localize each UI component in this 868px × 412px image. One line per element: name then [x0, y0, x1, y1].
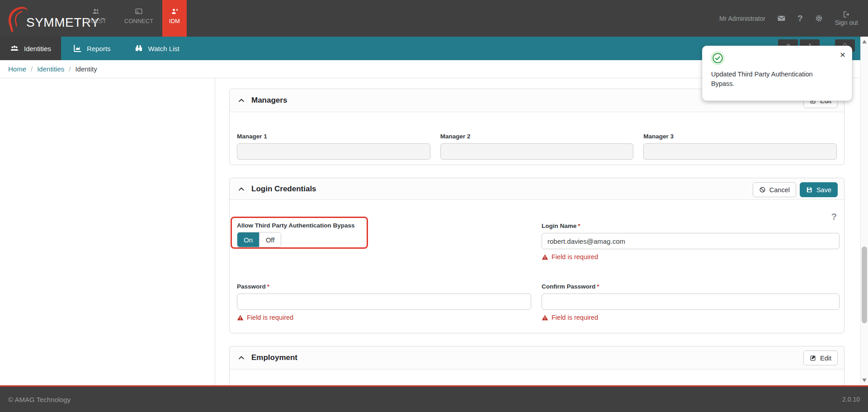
- nav-reports-label: Reports: [87, 45, 111, 52]
- password-field: Password* Field is required: [237, 283, 531, 321]
- save-button[interactable]: Save: [800, 182, 838, 197]
- app-window: SYMMETRY ™ GUEST CONNECT IDM: [0, 0, 868, 412]
- breadcrumb-separator: /: [69, 65, 71, 73]
- manager-1-label: Manager 1: [237, 133, 430, 140]
- confirm-password-field: Confirm Password* Field is required: [542, 283, 840, 321]
- ban-icon: [759, 186, 766, 193]
- chevron-up-icon[interactable]: [238, 354, 245, 361]
- footer-copyright: © AMAG Technology: [8, 396, 71, 403]
- nav-watch-list-label: Watch List: [148, 45, 179, 52]
- vertical-scrollbar[interactable]: [860, 37, 868, 385]
- tab-connect[interactable]: CONNECT: [115, 0, 162, 37]
- main-content: Managers Edit Manager 1 Manager 2: [0, 78, 868, 385]
- sign-out-label: Sign out: [835, 19, 858, 26]
- confirm-password-error: Field is required: [542, 314, 840, 321]
- manager-3-field: Manager 3: [643, 133, 837, 160]
- bypass-toggle-on[interactable]: On: [237, 232, 259, 247]
- footer-version: 2.0.10: [842, 396, 860, 403]
- employment-section: Employment Edit: [229, 346, 844, 385]
- login-credentials-header: Login Credentials Cancel Save: [230, 178, 844, 200]
- managers-title: Managers: [251, 96, 287, 105]
- tab-guest-label: GUEST: [86, 18, 106, 24]
- employment-edit-button[interactable]: Edit: [803, 350, 838, 365]
- falcon-logo-icon: [4, 4, 29, 35]
- mail-icon[interactable]: [777, 14, 786, 23]
- breadcrumb-current: Identity: [75, 65, 97, 73]
- sign-out-button[interactable]: Sign out: [835, 11, 858, 26]
- save-icon: [806, 186, 813, 193]
- breadcrumb-home[interactable]: Home: [8, 65, 26, 73]
- bypass-label: Allow Third Party Authentication Bypass: [237, 222, 362, 229]
- breadcrumb-identities[interactable]: Identities: [37, 65, 64, 73]
- tab-connect-label: CONNECT: [124, 18, 153, 24]
- manager-3-label: Manager 3: [643, 133, 837, 140]
- warning-icon: [542, 254, 548, 260]
- people-group-icon: [10, 44, 19, 53]
- chevron-up-icon[interactable]: [238, 185, 245, 193]
- employment-header: Employment Edit: [230, 346, 844, 369]
- edit-icon: [810, 355, 816, 361]
- login-name-error: Field is required: [542, 253, 840, 260]
- nav-identities-label: Identities: [24, 45, 51, 52]
- password-error: Field is required: [237, 314, 531, 321]
- help-icon[interactable]: ?: [797, 14, 803, 24]
- password-input[interactable]: [237, 294, 531, 310]
- success-check-icon: [711, 51, 725, 65]
- bypass-toggle-off[interactable]: Off: [259, 232, 281, 247]
- login-credentials-section: Login Credentials Cancel Save: [229, 178, 844, 333]
- users-icon: [92, 7, 100, 15]
- bypass-highlight-box: Allow Third Party Authentication Bypass …: [231, 217, 368, 249]
- required-asterisk: *: [267, 283, 269, 290]
- scroll-down-arrow[interactable]: [862, 379, 867, 382]
- manager-1-input[interactable]: [237, 143, 430, 160]
- managers-body: Manager 1 Manager 2 Manager 3: [230, 112, 844, 160]
- nav-reports[interactable]: Reports: [61, 37, 123, 60]
- manager-2-label: Manager 2: [440, 133, 634, 140]
- toast-notification: × Updated Third Party Authentication Byp…: [702, 46, 852, 101]
- cancel-label: Cancel: [769, 186, 790, 194]
- user-name: Mr Administrator: [719, 15, 765, 22]
- chart-icon: [73, 44, 82, 53]
- gear-icon[interactable]: [815, 14, 823, 23]
- tab-idm[interactable]: IDM: [162, 0, 187, 37]
- nav-identities[interactable]: Identities: [0, 37, 61, 60]
- cancel-button[interactable]: Cancel: [753, 182, 796, 197]
- scroll-up-arrow[interactable]: [862, 40, 867, 43]
- tab-guest[interactable]: GUEST: [77, 0, 115, 37]
- login-name-field: Login Name* Field is required: [542, 223, 840, 260]
- warning-icon: [237, 314, 244, 321]
- top-header: SYMMETRY ™ GUEST CONNECT IDM: [0, 0, 868, 37]
- binoculars-icon: [134, 44, 143, 53]
- tab-idm-label: IDM: [169, 18, 180, 24]
- nav-watch-list[interactable]: Watch List: [123, 37, 191, 60]
- toast-close-icon[interactable]: ×: [840, 49, 845, 60]
- warning-icon: [542, 314, 548, 321]
- sign-out-icon: [843, 11, 850, 18]
- footer: © AMAG Technology 2.0.10: [0, 385, 868, 412]
- chevron-up-icon[interactable]: [238, 97, 245, 104]
- login-name-input[interactable]: [542, 233, 840, 249]
- manager-2-input[interactable]: [440, 143, 634, 160]
- confirm-password-label: Confirm Password*: [542, 283, 840, 290]
- section-help-icon[interactable]: ?: [831, 212, 837, 222]
- required-asterisk: *: [578, 223, 580, 229]
- save-label: Save: [816, 186, 831, 194]
- header-user-area: Mr Administrator ? Sign out: [719, 0, 858, 37]
- toast-message: Updated Third Party Authentication Bypas…: [711, 70, 838, 89]
- manager-3-input[interactable]: [643, 143, 837, 160]
- manager-2-field: Manager 2: [440, 133, 634, 160]
- required-asterisk: *: [597, 283, 599, 290]
- password-label: Password*: [237, 283, 531, 290]
- confirm-password-input[interactable]: [542, 294, 840, 310]
- breadcrumb-separator: /: [31, 65, 33, 73]
- login-name-label: Login Name*: [542, 223, 840, 229]
- login-credentials-title: Login Credentials: [251, 185, 316, 194]
- card-reader-icon: [135, 7, 143, 15]
- scrollbar-thumb[interactable]: [862, 246, 867, 323]
- login-credentials-body: ? Allow Third Party Authentication Bypas…: [230, 200, 844, 333]
- manager-1-field: Manager 1: [237, 133, 430, 160]
- employment-title: Employment: [251, 353, 297, 362]
- bypass-toggle: On Off: [237, 232, 281, 247]
- app-switcher-tabs: GUEST CONNECT IDM: [77, 0, 187, 37]
- employment-edit-label: Edit: [820, 355, 831, 362]
